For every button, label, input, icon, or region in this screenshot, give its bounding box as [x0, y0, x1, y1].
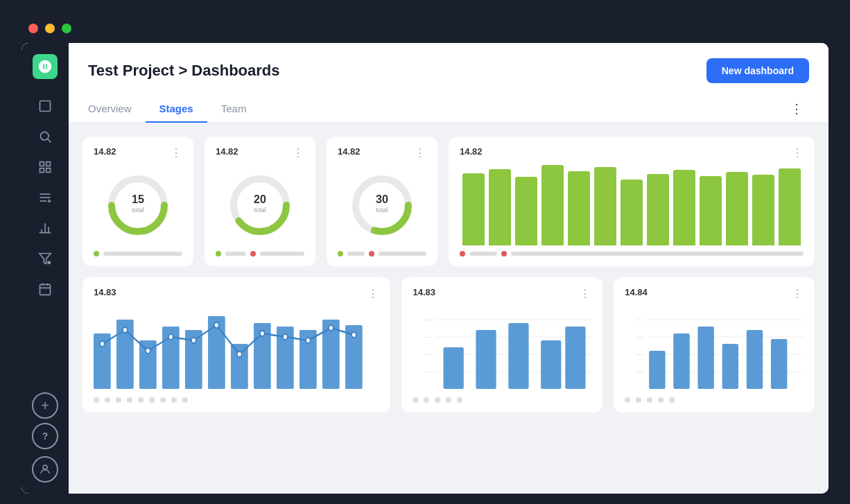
red-dot-3	[369, 251, 374, 257]
legend-bar-2b	[260, 252, 304, 256]
legend-dot-lb-1	[94, 397, 99, 403]
green-dot-2	[216, 251, 221, 257]
legend-bar-wide-b	[511, 252, 804, 256]
legend-bar-3b	[379, 252, 426, 256]
svg-point-55	[329, 325, 333, 331]
svg-rect-6	[46, 168, 51, 173]
card-menu-3[interactable]: ⋮	[415, 146, 426, 159]
legend-dot-lb-4	[127, 397, 132, 403]
donut-card-3: 14.82 ⋮ 30 total	[327, 137, 437, 266]
card-menu-small2[interactable]: ⋮	[792, 287, 804, 300]
card-legend-small2	[625, 397, 804, 403]
card-menu-wide[interactable]: ⋮	[792, 146, 804, 159]
close-btn[interactable]	[28, 24, 38, 33]
legend-dot-lb-2	[105, 397, 110, 403]
sidebar-item-filter[interactable]	[32, 245, 58, 272]
svg-text:20: 20	[254, 193, 266, 205]
svg-rect-3	[40, 162, 44, 166]
red-dot-wide2	[501, 251, 507, 257]
sidebar-item-search[interactable]	[32, 123, 58, 150]
maximize-btn[interactable]	[62, 24, 71, 33]
card-value-small1: 14.83	[413, 287, 435, 297]
dashboard-grid: 14.82 ⋮ 15 total	[69, 123, 829, 494]
svg-point-53	[283, 334, 288, 340]
legend-bar-wide-a	[469, 252, 497, 256]
app-logo[interactable]	[33, 54, 58, 79]
page-title: Test Project > Dashboards	[88, 62, 280, 80]
svg-line-2	[48, 139, 51, 143]
card-menu-linebar[interactable]: ⋮	[367, 287, 379, 300]
tab-stages[interactable]: Stages	[146, 96, 207, 123]
svg-text:—: —	[636, 333, 643, 340]
card-legend-linebar	[94, 397, 379, 403]
svg-text:—: —	[424, 368, 431, 374]
line-bar-chart	[94, 306, 379, 392]
svg-text:—: —	[636, 351, 643, 357]
legend-bar-2a	[225, 252, 246, 256]
svg-text:—: —	[636, 368, 643, 374]
small-bar-chart-2: — — — —	[625, 306, 804, 392]
svg-rect-79	[674, 333, 690, 389]
sidebar-item-bar-chart[interactable]	[32, 215, 58, 241]
card-menu-small1[interactable]: ⋮	[580, 287, 591, 300]
tab-team[interactable]: Team	[207, 96, 261, 123]
legend-dot-lb-9	[182, 397, 188, 403]
legend-dot-s2-2	[636, 397, 641, 403]
card-value-wide: 14.82	[460, 146, 483, 157]
content-area: Test Project > Dashboards New dashboard …	[69, 43, 829, 494]
card-legend-small1	[413, 397, 591, 403]
svg-rect-4	[46, 162, 51, 166]
legend-dot-lb-7	[160, 397, 166, 403]
titlebar	[16, 14, 834, 43]
legend-dot-lb-5	[138, 397, 144, 403]
svg-text:total: total	[132, 207, 144, 214]
card-legend-3	[338, 251, 426, 257]
card-menu-2[interactable]: ⋮	[293, 146, 304, 159]
small-bar-chart-1: — — — —	[413, 306, 591, 392]
sidebar-item-schedule[interactable]	[32, 276, 58, 302]
card-value-small2: 14.84	[625, 287, 648, 297]
more-menu-icon[interactable]: ⋮	[785, 101, 809, 116]
svg-rect-83	[771, 339, 787, 389]
legend-dot-s2-1	[625, 397, 630, 403]
svg-text:15: 15	[132, 193, 144, 205]
header-top: Test Project > Dashboards New dashboard	[88, 58, 809, 83]
tab-overview[interactable]: Overview	[88, 96, 146, 123]
svg-rect-39	[231, 344, 248, 389]
app-window: + ? Test Project > Dashboards New dashbo…	[16, 14, 834, 499]
sidebar-item-list[interactable]	[32, 184, 58, 211]
legend-dot-s1-3	[435, 397, 440, 403]
bar-chart-card-wide: 14.82 ⋮	[449, 137, 815, 266]
svg-rect-81	[722, 344, 738, 389]
minimize-btn[interactable]	[45, 24, 55, 33]
svg-text:total: total	[254, 207, 266, 214]
svg-rect-80	[698, 327, 714, 389]
svg-rect-16	[40, 284, 51, 295]
svg-rect-69	[566, 327, 586, 389]
svg-point-20	[43, 465, 47, 469]
svg-text:—: —	[424, 333, 431, 340]
dashboard-row-1: 14.82 ⋮ 15 total	[83, 137, 815, 266]
legend-dot-s1-5	[457, 397, 462, 403]
new-dashboard-button[interactable]: New dashboard	[706, 58, 809, 83]
add-button[interactable]: +	[32, 392, 58, 419]
svg-rect-67	[509, 323, 529, 389]
svg-text:—: —	[424, 316, 431, 322]
legend-dot-s1-2	[424, 397, 429, 403]
legend-bar-3a	[347, 252, 365, 256]
legend-dot-s1-1	[413, 397, 418, 403]
help-button[interactable]: ?	[32, 423, 58, 449]
card-menu-1[interactable]: ⋮	[171, 146, 182, 159]
svg-rect-0	[40, 101, 51, 112]
card-value-1: 14.82	[94, 146, 116, 157]
svg-point-52	[260, 331, 265, 336]
card-legend-1	[94, 251, 182, 257]
sidebar-item-analytics[interactable]	[32, 154, 58, 180]
svg-point-50	[214, 322, 219, 328]
svg-point-47	[146, 348, 150, 354]
card-value-3: 14.82	[338, 146, 361, 157]
sidebar-item-square[interactable]	[32, 93, 58, 119]
user-button[interactable]	[32, 456, 58, 483]
legend-dot-s2-3	[647, 397, 652, 403]
card-header-small2: 14.84 ⋮	[625, 287, 804, 300]
